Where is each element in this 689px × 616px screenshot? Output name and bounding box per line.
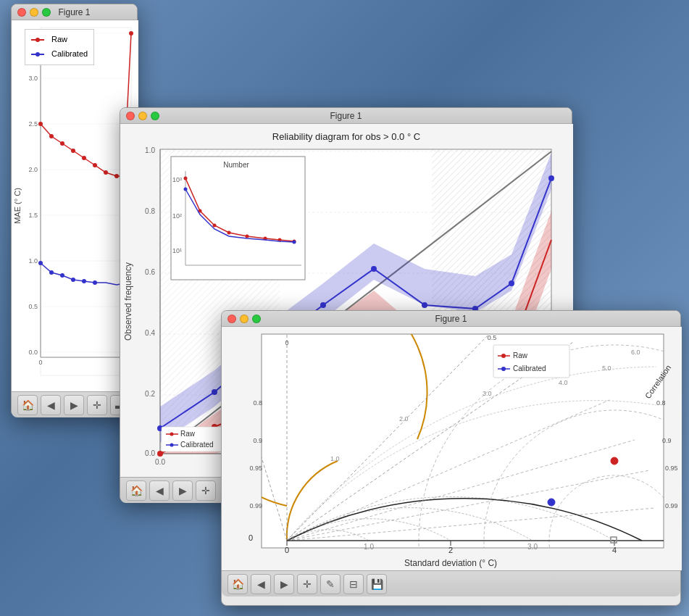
copy-button-taylor[interactable]: ⊟ <box>343 574 364 594</box>
svg-text:Observed frequency: Observed frequency <box>123 262 133 341</box>
svg-text:0.95: 0.95 <box>665 465 678 472</box>
svg-point-91 <box>227 231 231 235</box>
svg-text:Raw: Raw <box>513 351 528 359</box>
svg-text:2.5: 2.5 <box>28 120 38 128</box>
home-button-mae[interactable]: 🏠 <box>17 395 38 415</box>
svg-text:0.9: 0.9 <box>662 437 672 444</box>
svg-text:Standard deviation (° C): Standard deviation (° C) <box>404 558 497 568</box>
svg-text:0.5: 0.5 <box>28 303 38 310</box>
svg-text:2.0: 2.0 <box>399 415 409 423</box>
legend-calibrated-mae: Calibrated <box>31 47 88 62</box>
svg-point-35 <box>49 270 54 275</box>
svg-point-148 <box>548 499 555 506</box>
svg-point-29 <box>82 156 86 160</box>
minimize-button-mae[interactable] <box>30 8 38 17</box>
svg-point-80 <box>548 175 554 181</box>
forward-button-rel[interactable]: ▶ <box>172 480 193 501</box>
svg-point-100 <box>170 433 174 436</box>
forward-button-taylor[interactable]: ▶ <box>274 574 294 594</box>
svg-point-64 <box>157 451 163 457</box>
svg-text:0.99: 0.99 <box>249 502 262 509</box>
pan-button-rel[interactable]: ✛ <box>196 480 216 501</box>
svg-text:2.0: 2.0 <box>28 166 38 173</box>
svg-text:0.2: 0.2 <box>145 390 155 398</box>
content-taylor: 0 2 4 Standard deviation (° C) 0 Correla… <box>222 327 682 570</box>
svg-point-3 <box>36 52 40 57</box>
taylor-chart-svg: 0 2 4 Standard deviation (° C) 0 Correla… <box>222 327 682 570</box>
pan-button-taylor[interactable]: ✛ <box>297 574 317 594</box>
svg-point-37 <box>71 278 75 282</box>
svg-point-39 <box>93 280 97 285</box>
svg-point-26 <box>49 134 54 138</box>
svg-text:0: 0 <box>249 533 253 542</box>
minimize-button-rel[interactable] <box>138 112 147 120</box>
svg-text:5.0: 5.0 <box>602 365 611 372</box>
svg-text:0.8: 0.8 <box>253 399 262 407</box>
svg-text:0: 0 <box>38 359 42 366</box>
edit-button-taylor[interactable]: ✎ <box>320 574 341 594</box>
svg-text:3.0: 3.0 <box>527 543 538 551</box>
svg-text:0.99: 0.99 <box>665 502 678 509</box>
svg-point-34 <box>38 261 43 265</box>
svg-point-147 <box>611 457 618 465</box>
svg-text:0.95: 0.95 <box>249 465 262 472</box>
window-taylor[interactable]: Figure 1 <box>221 310 681 606</box>
svg-rect-4 <box>41 28 131 375</box>
svg-text:Calibrated: Calibrated <box>180 441 214 449</box>
home-button-taylor[interactable]: 🏠 <box>227 574 248 594</box>
titlebar-reliability: Figure 1 <box>120 108 572 124</box>
svg-text:0.0: 0.0 <box>28 349 38 356</box>
legend-mae: Raw Calibrated <box>25 29 94 65</box>
svg-point-77 <box>422 302 427 308</box>
svg-point-27 <box>60 141 64 146</box>
close-button-taylor[interactable] <box>227 315 236 323</box>
svg-text:0.8: 0.8 <box>145 207 155 215</box>
save-button-taylor[interactable]: 💾 <box>367 574 387 594</box>
traffic-lights-mae <box>17 8 51 17</box>
svg-text:0: 0 <box>285 546 289 554</box>
svg-point-90 <box>213 224 217 228</box>
pan-button-mae[interactable]: ✛ <box>87 395 107 415</box>
svg-point-30 <box>93 163 97 167</box>
maximize-button-taylor[interactable] <box>252 315 261 323</box>
svg-text:1.0: 1.0 <box>364 543 374 551</box>
svg-text:Calibrated: Calibrated <box>513 365 546 372</box>
close-button-rel[interactable] <box>126 112 135 120</box>
legend-raw-mae: Raw <box>31 33 88 47</box>
close-button-mae[interactable] <box>17 8 26 17</box>
maximize-button-rel[interactable] <box>151 112 159 120</box>
title-mae: Figure 1 <box>58 7 90 17</box>
svg-point-25 <box>38 122 43 126</box>
forward-button-mae[interactable]: ▶ <box>64 395 84 415</box>
svg-text:1.0: 1.0 <box>145 146 155 154</box>
minimize-button-taylor[interactable] <box>240 315 249 323</box>
svg-text:0.6: 0.6 <box>145 268 155 276</box>
svg-text:0.0: 0.0 <box>145 449 155 457</box>
svg-text:0: 0 <box>285 339 288 346</box>
svg-text:10¹: 10¹ <box>172 247 182 254</box>
svg-point-32 <box>114 174 119 178</box>
svg-text:10³: 10³ <box>172 176 182 183</box>
toolbar-taylor: 🏠 ◀ ▶ ✛ ✎ ⊟ 💾 <box>222 570 680 596</box>
window-mae[interactable]: Figure 1 Raw Calibrated MAE (° C) 3.5 3.… <box>11 4 138 417</box>
svg-text:4.0: 4.0 <box>559 379 568 386</box>
svg-point-151 <box>501 354 506 358</box>
title-taylor: Figure 1 <box>435 314 467 324</box>
svg-point-33 <box>129 31 133 36</box>
maximize-button-mae[interactable] <box>42 8 51 17</box>
svg-text:1.0: 1.0 <box>330 455 340 462</box>
svg-text:4: 4 <box>612 546 617 554</box>
svg-point-75 <box>320 302 326 308</box>
svg-text:3.0: 3.0 <box>483 390 492 397</box>
svg-point-97 <box>293 241 296 244</box>
toolbar-mae: 🏠 ◀ ▶ ✛ ▬ <box>12 391 137 417</box>
svg-point-36 <box>60 273 64 278</box>
back-button-taylor[interactable]: ◀ <box>251 574 271 594</box>
svg-point-28 <box>71 149 75 153</box>
back-button-rel[interactable]: ◀ <box>149 480 170 501</box>
titlebar-taylor: Figure 1 <box>222 311 680 327</box>
svg-text:6.0: 6.0 <box>631 349 640 356</box>
svg-text:Reliability diagram for obs > : Reliability diagram for obs > 0.0 ° C <box>272 131 420 142</box>
back-button-mae[interactable]: ◀ <box>41 395 61 415</box>
home-button-rel[interactable]: 🏠 <box>126 480 146 501</box>
